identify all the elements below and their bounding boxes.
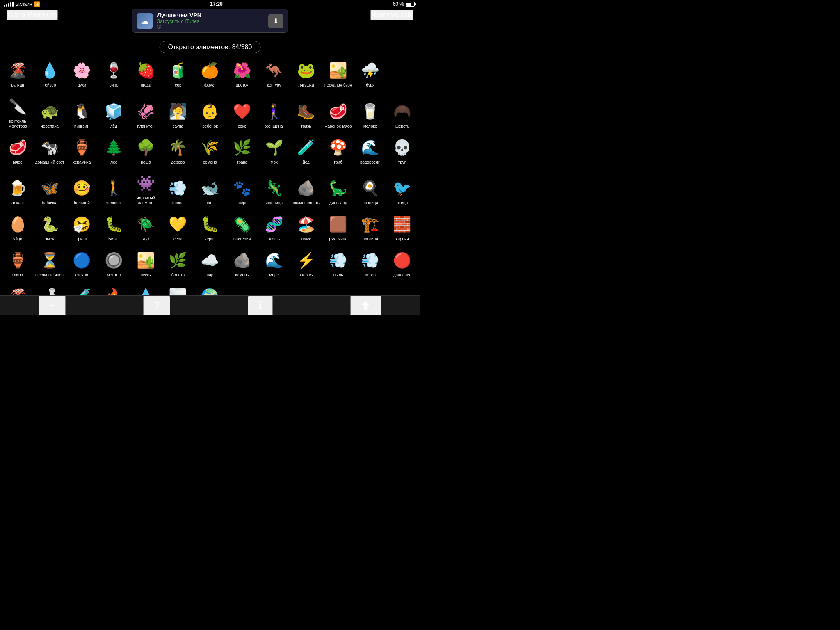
grid-item[interactable]: 👾ядовитый элемент [130,167,162,208]
grid-item[interactable]: 🔪коктейль Молотова [2,89,34,130]
grid-item[interactable]: 🤧грипп [66,207,98,243]
ad-download-button[interactable]: ⬇ [268,14,283,28]
grid-item[interactable]: 🍄гриб [322,130,354,167]
delete-button[interactable]: 🗑 [350,296,381,315]
item-label: энергия [299,273,313,278]
grid-item[interactable]: 🤒больной [66,167,98,208]
grid-item[interactable]: 🐸лягушка [290,53,322,89]
grid-item[interactable]: 💀труп [386,130,418,167]
grid-item[interactable]: 🥾грязь [290,89,322,130]
grid-item[interactable]: 🍊фрукт [194,53,226,89]
item-label: пыль [333,273,343,278]
grid-item[interactable]: 🌱мох [258,130,290,167]
help-button[interactable]: ? [143,296,170,315]
grid-item[interactable]: 🐄домашний скот [34,130,66,167]
grid-item[interactable]: 🌸духи [66,53,98,89]
grid-item[interactable]: 🪨камень [226,243,258,279]
item-label: болото [171,273,185,278]
grid-item[interactable]: 🔘металл [98,243,130,279]
grid-item[interactable]: 🐦птица [386,167,418,208]
grid-item[interactable]: 🧃сок [162,53,194,89]
grid-item[interactable]: 💨пепел [162,167,194,208]
add-button[interactable]: + [39,296,66,315]
grid-item[interactable]: 🌿трава [226,130,258,167]
grid-item[interactable]: 🍳яичница [354,167,386,208]
items-grid: 🌋вулкан💧гейзер🌸духи🍷вино🍓ягода🧃сок🍊фрукт… [0,31,420,315]
grid-item[interactable]: 🦋бабочка [34,167,66,208]
grid-item[interactable]: 🌾семена [194,130,226,167]
grid-item[interactable]: 💨пыль [322,243,354,279]
remove-ads-button[interactable]: Remove ads [370,10,413,20]
grid-item[interactable]: 🏺керамика [66,130,98,167]
grid-item[interactable]: 🌋вулкан [2,53,34,89]
item-label: пляж [301,237,311,242]
grid-item[interactable]: 💧гейзер [34,53,66,89]
grid-item[interactable]: ❤️секс [226,89,258,130]
grid-item[interactable]: 🍺алкаш [2,167,34,208]
item-label: фрукт [204,83,216,88]
grid-item[interactable]: 🌊водоросли [354,130,386,167]
grid-item[interactable]: 🧪йод [290,130,322,167]
grid-item[interactable]: 🧱кирпич [386,207,418,243]
grid-item[interactable]: 🏗️плотина [354,207,386,243]
grid-item[interactable]: 🦕динозавр [322,167,354,208]
grid-item[interactable]: 🚶человек [98,167,130,208]
grid-item[interactable]: 🐛червь [194,207,226,243]
info-button[interactable]: ℹ [248,296,273,315]
grid-item[interactable]: 👶ребенок [194,89,226,130]
grid-item[interactable]: 🥚яйцо [2,207,34,243]
grid-item[interactable]: 🔴давление [386,243,418,279]
grid-item[interactable]: 🥩жареное мясо [322,89,354,130]
grid-item[interactable]: ☁️пар [194,243,226,279]
grid-item[interactable]: 🐧пингвин [66,89,98,130]
grid-item[interactable]: ⚡энергия [290,243,322,279]
grid-item[interactable]: 🍓ягода [130,53,162,89]
grid-item[interactable]: 🌲лес [98,130,130,167]
grid-item[interactable]: 🦱шерсть [386,89,418,130]
grid-item[interactable]: 🏖️пляж [290,207,322,243]
item-icon: ⛈️ [359,59,382,82]
grid-item[interactable]: 💛сера [162,207,194,243]
grid-item[interactable]: 🏜️песок [130,243,162,279]
grid-item[interactable]: 🐛Битлз [98,207,130,243]
grid-item[interactable]: 🌺цветок [226,53,258,89]
grid-item[interactable]: 🦠бактерии [226,207,258,243]
grid-item[interactable]: 🦑планктон [130,89,162,130]
grid-item[interactable]: 🍷вино [98,53,130,89]
grid-item[interactable]: 🔵стекло [66,243,98,279]
grid-item[interactable]: 🐢черепаха [34,89,66,130]
grid-item[interactable]: 💨ветер [354,243,386,279]
grid-item[interactable]: 🪨окаменелость [290,167,322,208]
grid-item[interactable]: 🪲жук [130,207,162,243]
grid-item[interactable]: 🦎ящерица [258,167,290,208]
grid-item[interactable]: 🌴дерево [162,130,194,167]
ad-banner[interactable]: ☁ Лучше чем VPN Загрузить с iTunes ⓘ ⬇ [132,9,288,33]
grid-item[interactable]: 🌊море [258,243,290,279]
grid-item[interactable]: 🚶‍♀️женщина [258,89,290,130]
grid-item[interactable]: 🧊лёд [98,89,130,130]
item-icon: 🦠 [231,213,253,236]
grid-item[interactable]: 🥛молоко [354,89,386,130]
grid-item[interactable]: 🐾зверь [226,167,258,208]
item-label: домашний скот [35,160,64,165]
item-icon: 🍊 [199,59,221,82]
grid-item[interactable]: ⛈️буря [354,53,386,89]
grid-item[interactable]: 🐍змея [34,207,66,243]
premium-button[interactable]: Get a Premium [7,10,58,20]
grid-item[interactable]: 🧖сауна [162,89,194,130]
grid-item[interactable]: 🧬жизнь [258,207,290,243]
item-label: глина [12,273,23,278]
grid-item[interactable]: 🟫ржавчина [322,207,354,243]
ad-title: Лучше чем VPN [157,12,264,18]
grid-item[interactable]: ⏳песочные часы [34,243,66,279]
item-label: труп [398,160,406,165]
grid-item[interactable]: 🐋кит [194,167,226,208]
grid-item[interactable]: 🦘кенгуру [258,53,290,89]
grid-item[interactable]: 🏜️песчаная буря [322,53,354,89]
grid-item[interactable]: 🌿болото [162,243,194,279]
item-label: лес [110,160,117,165]
grid-item[interactable]: 🌳роща [130,130,162,167]
grid-item[interactable]: 🥩мясо [2,130,34,167]
item-icon: 🐸 [294,59,317,82]
grid-item[interactable]: 🏺глина [2,243,34,279]
